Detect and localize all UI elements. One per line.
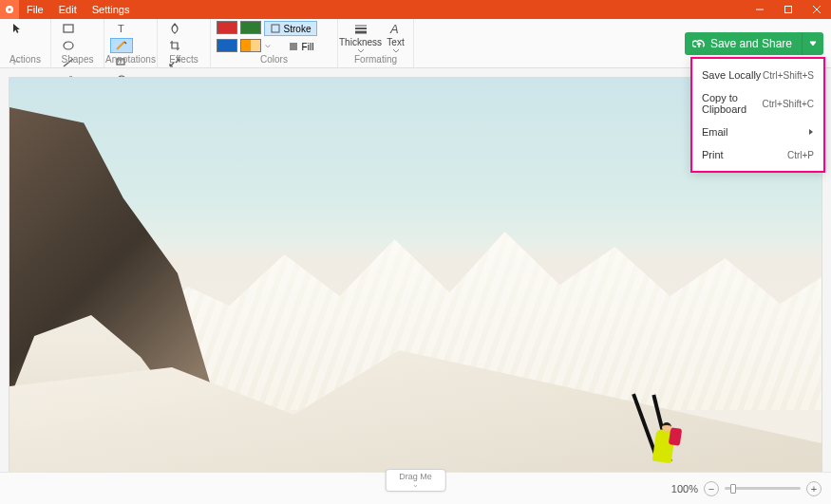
menu-settings[interactable]: Settings (85, 1, 138, 18)
crop-tool[interactable] (163, 38, 186, 53)
zoom-value: 100% (671, 483, 698, 495)
chevron-down-icon (358, 49, 364, 53)
skier-figure (641, 392, 698, 468)
svg-text:A: A (389, 22, 399, 35)
svg-point-7 (64, 42, 73, 49)
group-actions: Actions (0, 19, 51, 67)
color-swatch-red[interactable] (217, 21, 237, 34)
highlighter-tool[interactable] (110, 38, 133, 53)
thickness-button[interactable]: Thickness (342, 21, 380, 53)
rectangle-tool[interactable] (57, 21, 80, 36)
menu-print-label: Print (702, 149, 724, 160)
zoom-slider-thumb[interactable] (730, 484, 736, 494)
cloud-upload-icon (692, 37, 706, 50)
svg-rect-3 (785, 7, 792, 13)
zoom-controls: 100% − + (671, 481, 831, 496)
window-controls (746, 0, 831, 19)
drag-handle[interactable]: Drag Me ⌄ (385, 469, 446, 492)
chevron-down-icon (393, 49, 399, 53)
save-and-share: Save and Share (685, 32, 823, 55)
group-annotations: T T 1 Annotations (104, 19, 158, 67)
menu-save-locally-shortcut: Ctrl+Shift+S (763, 70, 814, 81)
svg-rect-6 (64, 25, 73, 32)
chevron-down-icon (808, 39, 818, 48)
menu-file[interactable]: File (19, 1, 51, 18)
save-and-share-label: Save and Share (710, 37, 792, 50)
fill-mode-button[interactable]: Fill (274, 39, 328, 54)
menu-bar: File Edit Settings (19, 1, 137, 18)
stroke-label: Stroke (284, 24, 312, 34)
save-and-share-button[interactable]: Save and Share (685, 32, 802, 55)
fill-label: Fill (302, 42, 314, 52)
text-tool[interactable]: T (110, 21, 133, 36)
menu-save-locally-label: Save Locally (702, 69, 761, 81)
group-shapes-label: Shapes (62, 54, 94, 65)
zoom-slider[interactable] (725, 487, 801, 490)
group-actions-label: Actions (9, 54, 41, 65)
svg-rect-16 (290, 43, 297, 50)
select-tool[interactable] (6, 21, 28, 36)
ellipse-tool[interactable] (57, 38, 80, 53)
zoom-in-button[interactable]: + (806, 481, 822, 496)
app-icon (0, 0, 19, 19)
blur-tool[interactable] (163, 21, 186, 36)
group-effects: Effects (158, 19, 211, 67)
chevron-down-icon: ⌄ (399, 481, 432, 489)
zoom-out-button[interactable]: − (704, 481, 719, 496)
group-colors-label: Colors (260, 54, 288, 65)
group-colors: Stroke Fill Colors (211, 19, 338, 67)
color-swatch-green[interactable] (240, 21, 261, 34)
group-formatting-label: Formating (354, 54, 397, 65)
group-formatting: Thickness A Text Formating (338, 19, 414, 67)
svg-point-1 (9, 9, 11, 11)
menu-email-label: Email (702, 126, 728, 138)
close-button[interactable] (803, 0, 831, 19)
menu-copy-clipboard-label: Copy to Clipboard (702, 92, 763, 115)
svg-rect-15 (272, 25, 279, 32)
group-annotations-label: Annotations (105, 54, 156, 65)
group-shapes: Shapes (51, 19, 104, 67)
save-and-share-dropdown-toggle[interactable] (802, 32, 823, 55)
minimize-button[interactable] (746, 0, 774, 19)
title-bar: File Edit Settings (0, 0, 831, 19)
group-effects-label: Effects (169, 54, 198, 65)
thickness-label: Thickness (339, 37, 382, 47)
menu-copy-clipboard[interactable]: Copy to Clipboard Ctrl+Shift+C (692, 86, 823, 121)
text-label: Text (387, 37, 404, 47)
menu-print[interactable]: Print Ctrl+P (692, 143, 823, 166)
status-bar: Drag Me ⌄ 100% − + (0, 472, 831, 504)
save-share-dropdown-menu: Save Locally Ctrl+Shift+S Copy to Clipbo… (690, 57, 825, 173)
menu-email[interactable]: Email (692, 121, 823, 143)
menu-print-shortcut: Ctrl+P (787, 150, 814, 160)
menu-copy-clipboard-shortcut: Ctrl+Shift+C (763, 99, 814, 109)
color-picker-button[interactable] (264, 39, 272, 54)
stroke-mode-button[interactable]: Stroke (264, 21, 317, 36)
chevron-right-icon (808, 129, 814, 135)
text-format-button[interactable]: A Text (382, 21, 410, 53)
color-swatch-blue[interactable] (217, 39, 237, 52)
menu-save-locally[interactable]: Save Locally Ctrl+Shift+S (692, 64, 823, 86)
maximize-button[interactable] (774, 0, 803, 19)
color-swatch-orange[interactable] (240, 39, 261, 52)
svg-text:T: T (118, 23, 124, 34)
menu-edit[interactable]: Edit (51, 1, 85, 18)
